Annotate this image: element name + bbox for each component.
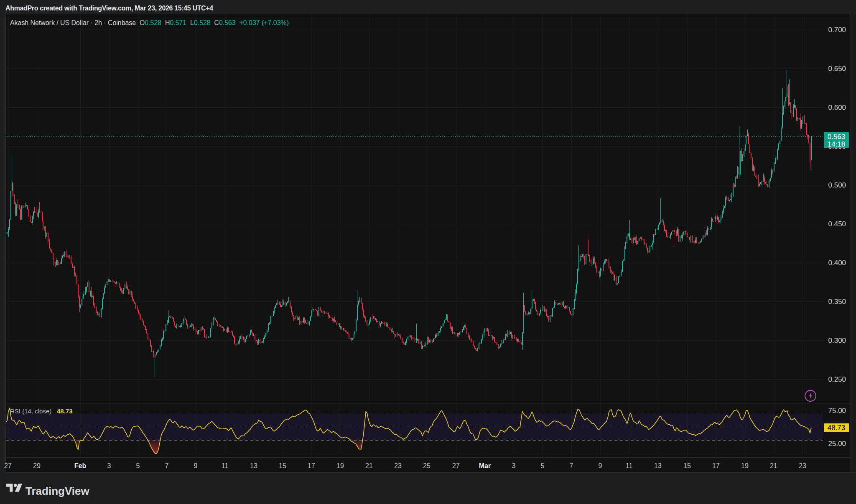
svg-text:3: 3 (512, 462, 516, 469)
svg-text:0.500: 0.500 (828, 181, 846, 189)
svg-text:5: 5 (541, 462, 545, 469)
svg-text:RSI (14, close): RSI (14, close) (10, 408, 51, 415)
svg-text:0.450: 0.450 (828, 220, 846, 228)
svg-text:23: 23 (799, 462, 806, 469)
svg-text:19: 19 (336, 462, 344, 469)
svg-text:Akash Network / US Dollar · 2h: Akash Network / US Dollar · 2h · Coinbas… (10, 19, 289, 26)
svg-text:15: 15 (683, 462, 691, 469)
svg-text:48.73: 48.73 (57, 408, 73, 415)
svg-text:21: 21 (770, 462, 777, 469)
svg-text:0.563: 0.563 (828, 133, 846, 141)
svg-text:0.250: 0.250 (828, 375, 846, 383)
svg-text:0.350: 0.350 (828, 298, 846, 306)
svg-text:25.00: 25.00 (828, 440, 846, 448)
svg-text:AhmadPro created with TradingV: AhmadPro created with TradingView.com, M… (5, 5, 213, 12)
svg-text:15: 15 (279, 462, 286, 469)
svg-text:17: 17 (712, 462, 720, 469)
svg-text:19: 19 (741, 462, 749, 469)
svg-text:75.00: 75.00 (828, 407, 846, 415)
svg-text:11: 11 (222, 462, 229, 469)
svg-text:21: 21 (365, 462, 373, 469)
svg-text:11: 11 (626, 462, 633, 469)
svg-text:7: 7 (165, 462, 169, 469)
svg-text:9: 9 (194, 462, 198, 469)
svg-text:Feb: Feb (74, 462, 87, 469)
svg-text:25: 25 (423, 462, 431, 469)
svg-text:5: 5 (136, 462, 140, 469)
svg-text:3: 3 (107, 462, 111, 469)
svg-text:17: 17 (308, 462, 315, 469)
svg-text:27: 27 (4, 462, 12, 469)
svg-text:27: 27 (452, 462, 460, 469)
svg-text:13: 13 (654, 462, 662, 469)
svg-text:9: 9 (599, 462, 602, 469)
svg-text:0.300: 0.300 (828, 337, 846, 344)
svg-text:0.650: 0.650 (828, 65, 846, 73)
svg-text:0.600: 0.600 (828, 104, 846, 111)
svg-text:0.400: 0.400 (828, 259, 846, 267)
svg-text:48.73: 48.73 (828, 424, 846, 432)
svg-text:0.700: 0.700 (828, 26, 846, 34)
svg-text:7: 7 (570, 462, 573, 469)
svg-text:14:18: 14:18 (828, 140, 846, 148)
svg-text:13: 13 (250, 462, 257, 469)
svg-text:29: 29 (33, 462, 41, 469)
svg-text:TradingView: TradingView (25, 485, 89, 497)
svg-text:Mar: Mar (479, 462, 491, 469)
svg-text:23: 23 (394, 462, 402, 469)
